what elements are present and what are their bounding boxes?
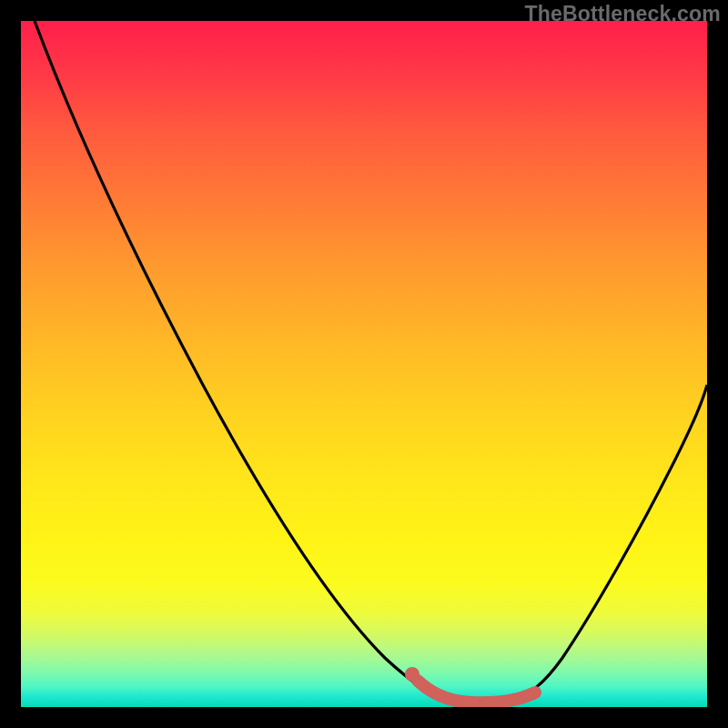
- watermark-text: TheBottleneck.com: [524, 2, 721, 26]
- optimal-dot-icon: [405, 667, 420, 682]
- optimal-range-highlight: [418, 681, 535, 703]
- bottleneck-chart: [21, 21, 707, 707]
- bottleneck-curve-path: [35, 21, 707, 703]
- chart-plot-area: [21, 21, 707, 707]
